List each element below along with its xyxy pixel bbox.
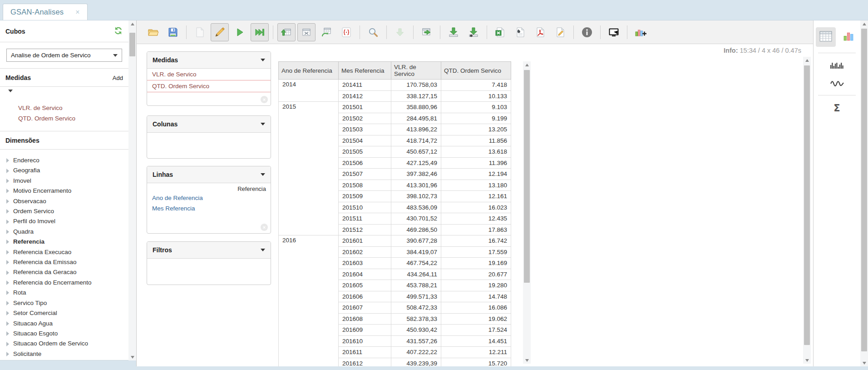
pivot-month-cell[interactable]: 201512: [339, 224, 391, 235]
expand-arrow-icon[interactable]: [6, 230, 9, 234]
chart-view-button[interactable]: [839, 27, 858, 47]
pivot-month-cell[interactable]: 201411: [339, 80, 391, 91]
dimension-item[interactable]: Rota: [6, 288, 128, 298]
histogram-chart-button[interactable]: [829, 60, 845, 71]
pivot-year-cell[interactable]: 2014: [279, 80, 339, 102]
dimension-item[interactable]: Referencia Execucao: [6, 247, 128, 257]
dimension-item[interactable]: Situacao Ordem de Servico: [6, 339, 128, 349]
expand-arrow-icon[interactable]: [6, 189, 9, 193]
fullscreen-button[interactable]: [605, 23, 623, 41]
pivot-month-cell[interactable]: 201610: [339, 335, 391, 347]
expand-arrow-icon[interactable]: [6, 352, 9, 356]
pivot-month-cell[interactable]: 201606: [339, 291, 391, 302]
zone-level-item[interactable]: Ano de Referencia: [147, 193, 271, 203]
pivot-month-cell[interactable]: 201505: [339, 146, 391, 158]
scroll-down-button[interactable]: [523, 357, 531, 364]
pivot-year-cell[interactable]: 2015: [279, 102, 339, 235]
pivot-month-cell[interactable]: 201609: [339, 325, 391, 336]
pivot-month-cell[interactable]: 201604: [339, 269, 391, 280]
scrollbar-thumb[interactable]: [804, 65, 810, 345]
pivot-month-cell[interactable]: 201510: [339, 202, 391, 213]
table-view-button[interactable]: [816, 27, 836, 47]
pivot-month-cell[interactable]: 201507: [339, 169, 391, 180]
expand-arrow-icon[interactable]: [6, 342, 9, 346]
show-mdx-button[interactable]: [337, 23, 355, 41]
measure-item[interactable]: VLR. de Servico: [0, 103, 128, 113]
pivot-month-cell[interactable]: 201607: [339, 302, 391, 314]
zone-level-item[interactable]: Mes Referencia: [147, 203, 271, 214]
expand-arrow-icon[interactable]: [6, 169, 9, 173]
expand-arrow-icon[interactable]: [6, 240, 9, 244]
info-button[interactable]: [578, 23, 596, 41]
swap-axes-button[interactable]: [317, 23, 335, 41]
pivot-month-cell[interactable]: 201506: [339, 157, 391, 169]
pivot-month-cell[interactable]: 201601: [339, 235, 391, 247]
pivot-month-cell[interactable]: 201501: [339, 102, 391, 113]
pivot-month-cell[interactable]: 201412: [339, 90, 391, 102]
pivot-month-cell[interactable]: 201602: [339, 246, 391, 258]
open-folder-button[interactable]: [144, 23, 162, 41]
expand-arrow-icon[interactable]: [6, 321, 9, 326]
pivot-month-cell[interactable]: 201511: [339, 213, 391, 225]
expand-arrow-icon[interactable]: [6, 311, 9, 315]
pivot-month-cell[interactable]: 201509: [339, 191, 391, 202]
pivot-year-cell[interactable]: 2016: [279, 235, 339, 367]
export-rtf-button[interactable]: [511, 23, 529, 41]
dimension-item[interactable]: Motivo Encerramento: [6, 186, 128, 196]
zone-linhas-header[interactable]: Linhas: [147, 166, 271, 183]
pivot-month-cell[interactable]: 201502: [339, 113, 391, 124]
dimension-item[interactable]: Situacao Agua: [6, 319, 128, 329]
sidebar-scrollbar[interactable]: [128, 20, 136, 360]
scrollbar-thumb[interactable]: [861, 29, 867, 351]
dimension-item[interactable]: Observacao: [6, 196, 128, 206]
measure-item[interactable]: QTD. Ordem Servico: [0, 113, 128, 124]
dimension-item[interactable]: Situacao Esgoto: [6, 329, 128, 339]
content-scrollbar[interactable]: [803, 57, 811, 364]
scroll-down-button[interactable]: [860, 360, 868, 366]
scroll-up-button[interactable]: [860, 20, 868, 27]
expand-arrow-icon[interactable]: [6, 158, 9, 163]
dimension-item[interactable]: Imovel: [6, 176, 128, 186]
report-edit-button[interactable]: [551, 23, 569, 41]
cube-select[interactable]: Analise de Ordem de Servico: [6, 49, 122, 62]
aggregate-sigma-button[interactable]: Σ: [833, 103, 840, 114]
add-chart-button[interactable]: [631, 23, 650, 41]
dimension-item[interactable]: Endereco: [6, 155, 128, 165]
line-chart-button[interactable]: [830, 78, 844, 88]
measures-collapse-toggle[interactable]: [8, 92, 14, 99]
export-down-button[interactable]: [444, 23, 463, 41]
scrollbar-thumb[interactable]: [129, 33, 135, 56]
tab-gsan-analises[interactable]: GSAN-Analises ×: [3, 4, 88, 20]
dimension-item[interactable]: Perfil do Imovel: [6, 216, 128, 226]
page-scrollbar[interactable]: [860, 20, 868, 366]
expand-arrow-icon[interactable]: [6, 209, 9, 214]
dimension-item[interactable]: Solicitante: [6, 349, 128, 359]
dimension-item[interactable]: Ordem Servico: [6, 206, 128, 216]
pivot-month-cell[interactable]: 201508: [339, 180, 391, 191]
scroll-up-button[interactable]: [803, 57, 811, 64]
dimension-item[interactable]: Referencia da Geracao: [6, 267, 128, 277]
pivot-month-cell[interactable]: 201612: [339, 358, 391, 366]
expand-arrow-icon[interactable]: [6, 250, 9, 255]
dimension-item[interactable]: Geografia: [6, 165, 128, 175]
pivot-month-cell[interactable]: 201503: [339, 124, 391, 135]
expand-arrow-icon[interactable]: [6, 260, 9, 265]
zone-filtros-header[interactable]: Filtros: [147, 242, 271, 259]
dimension-item[interactable]: Quadra: [6, 227, 128, 237]
zone-measure-item[interactable]: VLR. de Servico: [147, 69, 271, 80]
export-pdf-button[interactable]: [531, 23, 549, 41]
expand-arrow-icon[interactable]: [6, 270, 9, 275]
search-button[interactable]: [364, 23, 382, 41]
scroll-down-button[interactable]: [803, 357, 811, 364]
table-clear-button[interactable]: [297, 23, 316, 41]
pivot-month-cell[interactable]: 201603: [339, 258, 391, 269]
expand-arrow-icon[interactable]: [6, 331, 9, 336]
scroll-up-button[interactable]: [128, 20, 136, 27]
tab-close-icon[interactable]: ×: [75, 9, 79, 16]
zone-medidas-header[interactable]: Medidas: [147, 52, 271, 69]
run-button[interactable]: [231, 23, 249, 41]
new-file-button[interactable]: [191, 23, 209, 41]
drill-table-up-button[interactable]: [277, 23, 296, 41]
expand-arrow-icon[interactable]: [6, 301, 9, 305]
pivot-month-cell[interactable]: 201504: [339, 135, 391, 146]
